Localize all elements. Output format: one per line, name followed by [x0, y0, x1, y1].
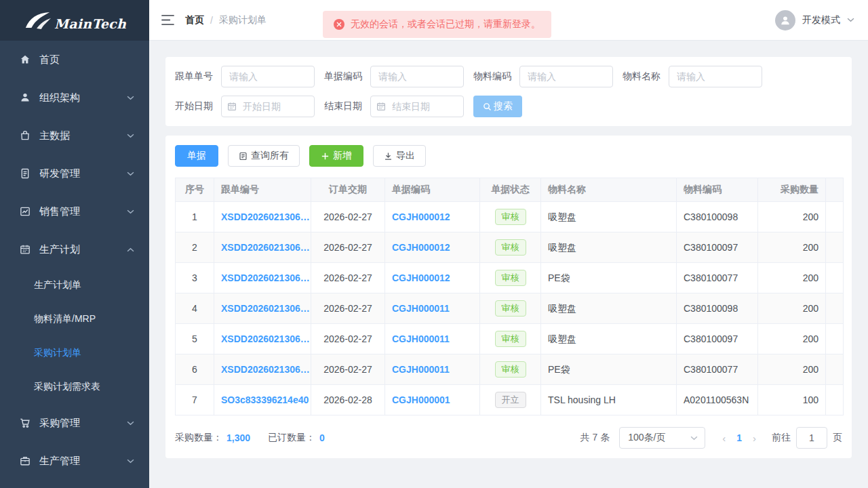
- cell-tracking: XSDD2026021306…: [214, 263, 311, 293]
- chevron-down-icon: [127, 171, 134, 176]
- sidebar-subitem-purchase-plan-order[interactable]: 采购计划单: [0, 336, 149, 370]
- cell-material-code: C380100097: [677, 232, 758, 263]
- doc-code-link[interactable]: CGJH000011: [392, 333, 450, 344]
- filter-field-material-name: 物料名称: [623, 66, 762, 87]
- filter-label: 结束日期: [324, 100, 362, 113]
- tracking-link[interactable]: SO3c833396214e40: [221, 394, 309, 405]
- status-badge: 审核: [495, 361, 526, 378]
- tracking-link[interactable]: XSDD2026021306…: [221, 333, 310, 344]
- sidebar-subitem-purchase-plan-demand[interactable]: 采购计划需求表: [0, 370, 149, 404]
- query-all-button[interactable]: 查询所有: [228, 145, 300, 167]
- sidebar-item-production-management[interactable]: 生产管理: [0, 442, 149, 480]
- status-badge: 审核: [495, 209, 526, 225]
- table-panel: 单据查询所有新增导出 序号跟单编号订单交期单据编码单据状态物料名称物料编码采购数…: [165, 136, 852, 458]
- status-badge: 审核: [495, 239, 526, 256]
- tracking-link[interactable]: XSDD2026021306…: [221, 303, 310, 314]
- doc-code-link[interactable]: CGJH000012: [392, 242, 450, 253]
- tracking-link[interactable]: XSDD2026021306…: [221, 272, 310, 283]
- cell-extra: [826, 354, 844, 385]
- breadcrumb-current: 采购计划单: [219, 14, 267, 26]
- search-button[interactable]: 搜索: [473, 96, 522, 117]
- status-badge: 审核: [495, 300, 526, 317]
- chevron-up-icon: [127, 247, 134, 252]
- doc-code-link[interactable]: CGJH000011: [392, 303, 450, 314]
- current-page[interactable]: 1: [732, 432, 747, 443]
- cell-tracking: XSDD2026021306…: [214, 324, 311, 354]
- document-icon: [19, 167, 31, 180]
- cell-material-name: 吸塑盘: [541, 293, 677, 324]
- cell-material-code: A0201100563N: [677, 385, 758, 415]
- export-button[interactable]: 导出: [373, 145, 426, 167]
- sidebar-item-label: 采购管理: [39, 417, 80, 430]
- sidebar-item-purchase-management[interactable]: 采购管理: [0, 404, 149, 442]
- tracking-link[interactable]: XSDD2026021306…: [221, 211, 310, 222]
- cell-material-name: TSL housing LH: [541, 385, 677, 415]
- user-icon: [19, 92, 31, 104]
- material-code-input[interactable]: [519, 66, 613, 87]
- cell-extra: [826, 385, 844, 415]
- cell-material-code: C380100098: [677, 293, 758, 324]
- avatar: [775, 10, 795, 30]
- cell-material-name: 吸塑盘: [541, 232, 677, 263]
- cell-doc-code: CGJH000001: [385, 385, 480, 415]
- sidebar-item-rd-management[interactable]: 研发管理: [0, 155, 149, 192]
- col-header-no: 序号: [176, 178, 214, 202]
- doc-code-link[interactable]: CGJH000011: [392, 364, 450, 375]
- cell-status: 开立: [480, 385, 541, 415]
- cell-qty: 200: [758, 232, 826, 263]
- sidebar-item-label: 生产管理: [39, 455, 80, 468]
- header: 首页 / 采购计划单 无效的会话，或者会话已过期，请重新登录。 开发模式: [149, 0, 868, 41]
- cell-no: 7: [176, 385, 214, 415]
- cell-doc-code: CGJH000011: [385, 293, 480, 324]
- filter-panel: 跟单单号单据编码物料编码物料名称 开始日期结束日期 搜索: [165, 57, 852, 126]
- app-root: MainTech 首页组织架构主数据研发管理销售管理生产计划生产计划单物料清单/…: [0, 0, 868, 488]
- tracking-no-input[interactable]: [221, 66, 315, 87]
- col-header-tracking: 跟单编号: [214, 178, 311, 202]
- sidebar-subitem-label: 采购计划需求表: [34, 381, 100, 393]
- chevron-down-icon: [690, 436, 698, 441]
- cell-status: 审核: [480, 354, 541, 385]
- cart-icon: [19, 417, 31, 429]
- breadcrumb-home[interactable]: 首页: [185, 14, 204, 26]
- doc-code-link[interactable]: CGJH000001: [392, 394, 450, 405]
- ordered-qty-label: 已订数量：: [268, 432, 315, 444]
- sidebar-item-production-plan[interactable]: 生产计划: [0, 230, 149, 268]
- sidebar-subitem-production-plan-order[interactable]: 生产计划单: [0, 268, 149, 302]
- toolbar-button-label: 单据: [187, 150, 206, 162]
- sidebar-item-sales-management[interactable]: 销售管理: [0, 192, 149, 230]
- material-name-input[interactable]: [669, 66, 762, 87]
- goto-page-input[interactable]: [796, 427, 827, 449]
- cell-qty: 200: [758, 263, 826, 293]
- status-badge: 审核: [495, 331, 526, 347]
- doc-code-link[interactable]: CGJH000012: [392, 272, 450, 283]
- tracking-link[interactable]: XSDD2026021306…: [221, 242, 310, 253]
- sidebar-item-master-data[interactable]: 主数据: [0, 117, 149, 155]
- cell-tracking: SO3c833396214e40: [214, 385, 311, 415]
- user-menu[interactable]: 开发模式: [775, 10, 854, 30]
- col-header-qty: 采购数量: [758, 178, 826, 202]
- sidebar-item-org[interactable]: 组织架构: [0, 79, 149, 117]
- cell-order-date: 2026-02-27: [311, 232, 385, 263]
- prev-page-button[interactable]: ‹: [716, 432, 732, 444]
- cell-material-code: C380100097: [677, 324, 758, 354]
- main-area: 首页 / 采购计划单 无效的会话，或者会话已过期，请重新登录。 开发模式: [149, 0, 868, 488]
- collapse-sidebar-icon[interactable]: [161, 14, 174, 26]
- next-page-button[interactable]: ›: [747, 432, 762, 444]
- sidebar-item-home[interactable]: 首页: [0, 41, 149, 79]
- sidebar-item-label: 研发管理: [39, 167, 80, 180]
- toolbar-button-label: 查询所有: [251, 150, 289, 162]
- docs-button[interactable]: 单据: [175, 145, 218, 167]
- table-row: 6XSDD2026021306…2026-02-27CGJH000011审核PE…: [176, 354, 844, 385]
- doc-code-input[interactable]: [370, 66, 464, 87]
- sidebar-subitem-bom-mrp[interactable]: 物料清单/MRP: [0, 302, 149, 336]
- add-button[interactable]: 新增: [309, 145, 363, 167]
- chevron-down-icon: [127, 96, 134, 100]
- end-date-input[interactable]: [370, 96, 464, 117]
- error-circle-icon: [334, 19, 344, 30]
- table-footer: 采购数量： 1,300 已订数量： 0 共 7 条 100条/页: [175, 427, 842, 449]
- page-size-select[interactable]: 100条/页: [619, 427, 705, 449]
- doc-code-link[interactable]: CGJH000012: [392, 211, 450, 222]
- start-date-input[interactable]: [221, 96, 315, 117]
- doc-lines-icon: [239, 152, 248, 161]
- tracking-link[interactable]: XSDD2026021306…: [221, 364, 310, 375]
